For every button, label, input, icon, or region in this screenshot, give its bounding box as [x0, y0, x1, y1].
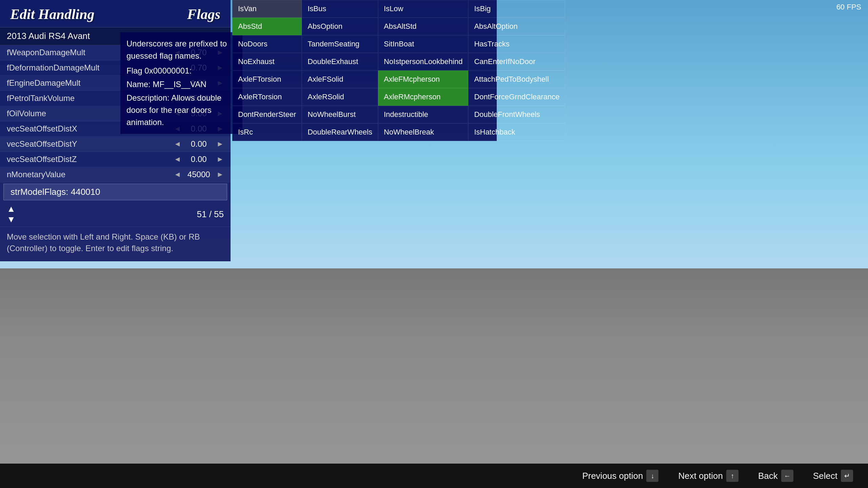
flag-cell[interactable]: AbsAltStd	[378, 18, 468, 35]
stat-value: 45000	[185, 170, 212, 179]
stat-right-arrow[interactable]: ►	[216, 140, 224, 148]
flag-cell[interactable]: IsBus	[302, 0, 378, 18]
flag-cell[interactable]: SitInBoat	[378, 35, 468, 53]
stat-left-arrow[interactable]: ◄	[174, 170, 181, 179]
flag-cell[interactable]: CanEnterIfNoDoor	[468, 53, 565, 70]
stat-right-arrow[interactable]: ►	[216, 155, 224, 164]
flag-cell[interactable]: NoExhaust	[232, 53, 302, 70]
flag-cell[interactable]: AbsStd	[232, 18, 302, 35]
flag-cell[interactable]: AxleFSolid	[302, 70, 378, 88]
previous-option-button[interactable]: Previous option ↓	[577, 468, 663, 484]
next-option-button[interactable]: Next option ↑	[673, 468, 743, 484]
flag-cell[interactable]: IsBig	[468, 0, 565, 18]
stat-name: nMonetaryValue	[7, 170, 174, 179]
flag-cell[interactable]: DontRenderSteer	[232, 106, 302, 123]
prev-down-arrow-icon: ↓	[646, 470, 658, 482]
flag-cell[interactable]: NoDoors	[232, 35, 302, 53]
flag-cell[interactable]: DoubleExhaust	[302, 53, 378, 70]
stat-right-arrow[interactable]: ►	[216, 170, 224, 179]
flags-grid: IsVanIsBusIsLowIsBigAbsStdAbsOptionAbsAl…	[232, 0, 497, 141]
flag-cell[interactable]: IsVan	[232, 0, 302, 18]
stat-controls: ◄ 45000 ►	[174, 170, 224, 179]
flag-id: Flag 0x00000001:	[126, 65, 236, 77]
flag-cell[interactable]: TandemSeating	[302, 35, 378, 53]
flag-cell[interactable]: IsRc	[232, 123, 302, 141]
flag-desc-text: Description: Allows double doors for the…	[126, 92, 236, 128]
stat-row[interactable]: nMonetaryValue ◄ 45000 ►	[0, 167, 231, 182]
header-flags-label: Flags	[187, 6, 220, 22]
flag-cell[interactable]: DontForceGrndClearance	[468, 88, 565, 106]
flag-cell[interactable]: DoubleRearWheels	[302, 123, 378, 141]
flag-cell[interactable]: AxleFMcpherson	[378, 70, 468, 88]
flags-label: strModelFlags: 440010	[11, 187, 100, 197]
header-title: Edit Handling	[10, 6, 95, 22]
flag-cell[interactable]: AxleFTorsion	[232, 70, 302, 88]
counter-display: 51 / 55	[197, 209, 224, 220]
flags-field[interactable]: strModelFlags: 440010	[3, 184, 227, 200]
flag-cell[interactable]: AxleRSolid	[302, 88, 378, 106]
select-enter-icon: ↵	[841, 470, 853, 482]
flag-description-panel: Underscores are prefixed to guessed flag…	[120, 32, 242, 134]
stat-value: 0.00	[185, 139, 212, 149]
counter-arrows[interactable]: ▲ ▼	[7, 204, 16, 225]
flag-cell[interactable]: IsLow	[378, 0, 468, 18]
stat-left-arrow[interactable]: ◄	[174, 155, 181, 164]
help-text: Move selection with Left and Right. Spac…	[0, 227, 231, 258]
stat-name: vecSeatOffsetDistY	[7, 139, 174, 149]
back-label: Back	[758, 471, 778, 481]
flag-cell[interactable]: AbsAltOption	[468, 18, 565, 35]
select-button[interactable]: Select ↵	[808, 468, 858, 484]
back-arrow-icon: ←	[781, 470, 793, 482]
flag-cell[interactable]: Indestructible	[378, 106, 468, 123]
prev-option-label: Previous option	[582, 471, 643, 481]
flag-cell[interactable]: NoWheelBreak	[378, 123, 468, 141]
flags-panel: IsVanIsBusIsLowIsBigAbsStdAbsOptionAbsAl…	[232, 0, 497, 141]
stat-controls: ◄ 0.00 ►	[174, 139, 224, 149]
flag-cell[interactable]: HasTracks	[468, 35, 565, 53]
down-arrow-icon[interactable]: ▼	[7, 214, 16, 225]
select-label: Select	[813, 471, 837, 481]
stat-left-arrow[interactable]: ◄	[174, 140, 181, 148]
flag-cell[interactable]: IsHatchback	[468, 123, 565, 141]
flag-cell[interactable]: NoIstpersonLookbehind	[378, 53, 468, 70]
fps-counter: 60 FPS	[836, 3, 861, 12]
flag-name: Name: MF__IS__VAN	[126, 78, 236, 90]
stat-controls: ◄ 0.00 ►	[174, 155, 224, 164]
flag-cell[interactable]: AttachPedToBodyshell	[468, 70, 565, 88]
flag-desc-intro: Underscores are prefixed to guessed flag…	[126, 38, 236, 62]
flag-cell[interactable]: AbsOption	[302, 18, 378, 35]
back-button[interactable]: Back ←	[753, 468, 798, 484]
panel-header: Edit Handling Flags	[0, 0, 231, 27]
bottom-toolbar: Previous option ↓ Next option ↑ Back ← S…	[0, 464, 868, 488]
counter-row: ▲ ▼ 51 / 55	[0, 202, 231, 227]
stat-row[interactable]: vecSeatOffsetDistZ ◄ 0.00 ►	[0, 152, 231, 167]
flag-cell[interactable]: NoWheelBurst	[302, 106, 378, 123]
stat-name: vecSeatOffsetDistZ	[7, 155, 174, 164]
ground	[0, 268, 868, 488]
flag-cell[interactable]: AxleRTorsion	[232, 88, 302, 106]
next-option-label: Next option	[678, 471, 723, 481]
flag-cell[interactable]: AxleRMcpherson	[378, 88, 468, 106]
flag-cell[interactable]: DoubleFrontWheels	[468, 106, 565, 123]
next-up-arrow-icon: ↑	[726, 470, 738, 482]
stat-row[interactable]: vecSeatOffsetDistY ◄ 0.00 ►	[0, 137, 231, 152]
up-arrow-icon[interactable]: ▲	[7, 204, 16, 214]
stat-value: 0.00	[185, 155, 212, 164]
